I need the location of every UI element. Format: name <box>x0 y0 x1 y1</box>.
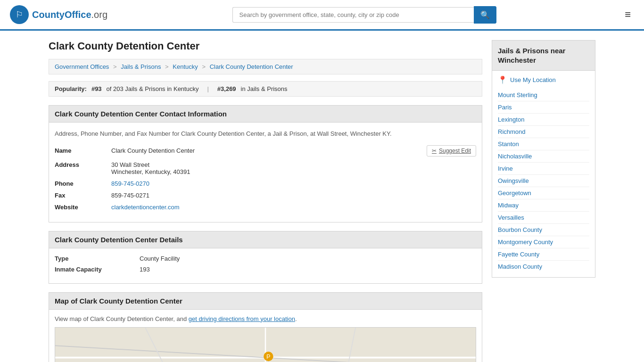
breadcrumb-jails-prisons[interactable]: Jails & Prisons <box>121 63 161 70</box>
phone-link[interactable]: 859-745-0270 <box>111 180 149 187</box>
sidebar-link[interactable]: Paris <box>498 101 589 114</box>
sidebar-link[interactable]: Montgomery County <box>498 236 589 248</box>
breadcrumb-sep-2: > <box>165 63 169 70</box>
logo-text: CountyOffice.org <box>32 9 107 20</box>
breadcrumb: Government Offices > Jails & Prisons > K… <box>49 59 482 74</box>
popularity-bar: Popularity: #93 of 203 Jails & Prisons i… <box>49 81 482 97</box>
logo[interactable]: ⚐ CountyOffice.org <box>9 5 107 25</box>
details-capacity-row: Inmate Capacity 193 <box>55 266 476 273</box>
sidebar-links-list: Mount SterlingParisLexingtonRichmondStan… <box>498 89 589 272</box>
address-value: 30 Wall Street Winchester, Kentucky, 403… <box>111 161 190 175</box>
sidebar-link[interactable]: Versailles <box>498 212 589 224</box>
popularity-rank1: #93 <box>91 85 102 92</box>
contact-description: Address, Phone Number, and Fax Number fo… <box>55 129 476 139</box>
map-description-suffix: . <box>295 315 297 322</box>
contact-website-row: Website clarkdetentioncenter.com <box>55 204 476 211</box>
sidebar-link[interactable]: Lexington <box>498 114 589 126</box>
contact-section: Address, Phone Number, and Fax Number fo… <box>49 123 482 222</box>
svg-text:P: P <box>266 353 271 360</box>
contact-phone-row: Phone 859-745-0270 <box>55 180 476 187</box>
breadcrumb-current[interactable]: Clark County Detention Center <box>210 63 293 70</box>
sidebar-link[interactable]: Nicholasville <box>498 150 589 163</box>
name-value: Clark County Detention Center <box>111 147 427 154</box>
map-placeholder[interactable]: P Clark County Detention Center <box>55 327 476 362</box>
popularity-rank2: #3,269 <box>217 85 236 92</box>
search-area: 🔍 <box>232 6 496 24</box>
svg-text:⚐: ⚐ <box>16 10 23 19</box>
details-section: Type County Facility Inmate Capacity 193 <box>49 248 482 284</box>
map-section: View map of Clark County Detention Cente… <box>49 310 482 362</box>
map-description: View map of Clark County Detention Cente… <box>55 315 476 322</box>
sidebar-link[interactable]: Richmond <box>498 126 589 138</box>
sidebar-content: 📍 Use My Location Mount SterlingParisLex… <box>492 71 595 278</box>
page-title: Clark County Detention Center <box>49 40 482 52</box>
contact-fax-row: Fax 859-745-0271 <box>55 192 476 199</box>
sidebar-link[interactable]: Stanton <box>498 138 589 150</box>
type-value: County Facility <box>140 255 180 262</box>
sidebar-link[interactable]: Mount Sterling <box>498 89 589 101</box>
sidebar-link[interactable]: Georgetown <box>498 187 589 199</box>
capacity-value: 193 <box>140 266 150 273</box>
website-value: clarkdetentioncenter.com <box>111 204 180 211</box>
location-pin-icon: 📍 <box>498 75 507 84</box>
breadcrumb-kentucky[interactable]: Kentucky <box>173 63 198 70</box>
sidebar-link[interactable]: Midway <box>498 199 589 212</box>
contact-address-row: Address 30 Wall Street Winchester, Kentu… <box>55 161 476 175</box>
website-link[interactable]: clarkdetentioncenter.com <box>111 204 180 211</box>
details-type-row: Type County Facility <box>55 255 476 262</box>
map-section-header: Map of Clark County Detention Center <box>49 292 482 310</box>
phone-value: 859-745-0270 <box>111 180 149 187</box>
phone-label: Phone <box>55 180 111 187</box>
search-input[interactable] <box>232 7 474 23</box>
breadcrumb-sep-1: > <box>113 63 117 70</box>
address-line1: 30 Wall Street <box>111 161 190 168</box>
content-wrapper: Clark County Detention Center Government… <box>39 31 605 362</box>
address-line2: Winchester, Kentucky, 40391 <box>111 168 190 175</box>
website-label: Website <box>55 204 111 211</box>
menu-icon: ≡ <box>625 8 631 20</box>
search-button[interactable]: 🔍 <box>474 6 496 24</box>
use-location-link[interactable]: Use My Location <box>510 76 556 83</box>
edit-icon: ✂ <box>432 148 437 154</box>
sidebar-link[interactable]: Fayette County <box>498 248 589 261</box>
breadcrumb-sep-3: > <box>202 63 206 70</box>
sidebar-link[interactable]: Bourbon County <box>498 224 589 236</box>
sidebar-link[interactable]: Owingsville <box>498 175 589 187</box>
search-icon: 🔍 <box>480 11 490 19</box>
directions-link[interactable]: get driving directions from your locatio… <box>189 315 295 322</box>
main-content: Clark County Detention Center Government… <box>49 40 482 362</box>
logo-icon: ⚐ <box>9 5 29 25</box>
sidebar-header: Jails & Prisons near Winchester <box>492 40 595 71</box>
contact-name-row: Name Clark County Detention Center ✂ Sug… <box>55 145 476 156</box>
use-location-row: 📍 Use My Location <box>498 75 589 84</box>
type-label: Type <box>55 255 140 262</box>
menu-button[interactable]: ≡ <box>621 7 635 23</box>
sidebar-link[interactable]: Madison County <box>498 261 589 272</box>
details-section-header: Clark County Detention Center Details <box>49 231 482 248</box>
fax-value: 859-745-0271 <box>111 192 149 199</box>
name-label: Name <box>55 147 111 154</box>
popularity-label: Popularity: <box>55 85 87 92</box>
popularity-rank1-suffix: of 203 Jails & Prisons in Kentucky <box>107 85 199 92</box>
contact-section-header: Clark County Detention Center Contact In… <box>49 105 482 123</box>
map-description-prefix: View map of Clark County Detention Cente… <box>55 315 189 322</box>
map-roads-svg: P <box>55 328 476 362</box>
header: ⚐ CountyOffice.org 🔍 ≡ <box>0 0 644 31</box>
popularity-rank2-suffix: in Jails & Prisons <box>241 85 288 92</box>
sidebar: Jails & Prisons near Winchester 📍 Use My… <box>492 40 595 362</box>
capacity-label: Inmate Capacity <box>55 266 140 273</box>
sidebar-link[interactable]: Irvine <box>498 163 589 175</box>
fax-label: Fax <box>55 192 111 199</box>
popularity-sep: | <box>207 85 208 92</box>
breadcrumb-government-offices[interactable]: Government Offices <box>55 63 109 70</box>
suggest-edit-button[interactable]: ✂ Suggest Edit <box>427 145 476 156</box>
address-label: Address <box>55 161 111 168</box>
